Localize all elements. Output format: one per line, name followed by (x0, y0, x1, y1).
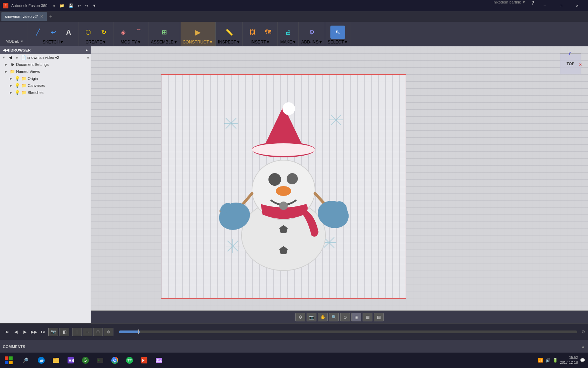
canvas-inner[interactable] (161, 74, 406, 299)
comments-label: COMMENTS (3, 345, 25, 349)
taskbar-fusion[interactable]: F (137, 353, 151, 368)
taskbar-spotify[interactable] (122, 353, 136, 368)
pan-btn[interactable]: ✋ (318, 313, 328, 321)
timeline-canvas-btn[interactable]: 📷 (48, 328, 58, 336)
modify-press-pull-btn[interactable]: ◈ (116, 26, 131, 39)
timeline-settings-btn[interactable]: ⚙ (581, 329, 585, 334)
svg-text:>_: >_ (98, 359, 102, 362)
timeline-prev-btn[interactable]: ◀ (12, 328, 20, 336)
sketch-group-label[interactable]: SKETCH▼ (43, 40, 64, 45)
insert-group-label[interactable]: INSERT▼ (251, 40, 270, 45)
search-button[interactable]: 🔎 (18, 353, 33, 368)
taskbar-explorer[interactable] (49, 353, 63, 368)
modify-fillet-btn[interactable]: ⌒ (131, 26, 146, 39)
tree-root-item[interactable]: ▼ ◀ ● 📄 snowman video v2 ● (0, 54, 91, 61)
sketch-text-btn[interactable]: A (61, 26, 76, 39)
addins-scripts-btn[interactable]: ⚙ (304, 26, 319, 39)
sidebar-collapse-btn[interactable]: ◀◀ (3, 48, 9, 53)
new-tab-button[interactable]: + (48, 13, 54, 20)
tree-sketches[interactable]: ▶ 💡 📁 Sketches (0, 89, 91, 96)
named-views-expander[interactable]: ▶ (4, 69, 8, 74)
insert-mesh-btn[interactable]: 🗺 (261, 26, 275, 39)
origin-expander[interactable]: ▶ (8, 76, 13, 81)
snap-btn[interactable]: ⚙ (295, 313, 305, 321)
undo-btn[interactable]: ↩ (78, 4, 81, 8)
tab-close-btn[interactable]: ✕ (40, 14, 43, 19)
tree-named-views[interactable]: ▶ 📁 Named Views (0, 68, 91, 75)
view-cube-box[interactable]: TOP (560, 53, 581, 74)
timeline-playhead[interactable] (138, 329, 139, 334)
battery-icon: 🔋 (553, 358, 558, 363)
root-doc-icon: 📄 (21, 55, 26, 60)
make-3d-print-btn[interactable]: 🖨 (281, 26, 296, 39)
tree-origin[interactable]: ▶ 💡 📁 Origin (0, 75, 91, 82)
timeline-first-btn[interactable]: ⏮ (3, 328, 10, 336)
modify-press-pull-icon: ◈ (118, 27, 129, 38)
taskbar-photos[interactable] (152, 353, 166, 368)
view-cube[interactable]: TOP X Y (556, 50, 584, 78)
sketch-line-btn[interactable]: ╱ (30, 26, 45, 39)
app-title: Autodesk Fusion 360 (11, 4, 47, 8)
assemble-group-label[interactable]: ASSEMBLE▼ (151, 40, 178, 45)
tree-canvases[interactable]: ▶ 💡 📁 Canvases (0, 82, 91, 89)
taskbar-vs[interactable]: VS (64, 353, 78, 368)
main-toolbar: MODEL ▼ ╱ ↩ A SKETCH▼ ⬡ ↻ (0, 22, 588, 46)
grid-settings-btn[interactable]: ▦ (363, 313, 372, 321)
construct-group: ▶ CONSTRUCT▼ (181, 22, 216, 46)
construct-group-label[interactable]: CONSTRUCT▼ (183, 40, 213, 45)
timeline-marker-type-btn[interactable]: | (72, 328, 82, 336)
redo-btn[interactable]: ↪ (85, 4, 88, 8)
taskbar-edge[interactable] (34, 353, 48, 368)
display-settings-btn[interactable]: 📷 (307, 313, 316, 321)
timeline-play-btn[interactable]: ▶ (21, 328, 29, 336)
taskbar-app4[interactable]: G (78, 353, 92, 368)
insert-canvas-btn[interactable]: 🖼 (245, 26, 260, 39)
root-expander[interactable]: ▼ (1, 55, 6, 60)
select-btn[interactable]: ↖ (330, 26, 345, 39)
fit-to-screen-btn[interactable]: ▣ (351, 313, 361, 321)
canvas-view[interactable]: TOP X Y (91, 46, 588, 311)
maximize-button[interactable]: □ (553, 0, 569, 11)
viewcube-btn[interactable]: ▤ (374, 313, 384, 321)
timeline-last-btn[interactable]: ⏭ (39, 328, 47, 336)
select-group-label[interactable]: SELECT▼ (328, 40, 348, 45)
tree-doc-settings[interactable]: ▶ ⚙ Document Settings (0, 61, 91, 68)
taskbar-chrome[interactable] (108, 353, 122, 368)
svg-text:G: G (84, 358, 87, 363)
timeline-track[interactable] (119, 330, 577, 333)
assemble-new-component-btn[interactable]: ⊞ (157, 26, 172, 39)
zoom-btn[interactable]: 🔍 (329, 313, 339, 321)
canvases-expander[interactable]: ▶ (8, 83, 13, 88)
sketches-expander[interactable]: ▶ (8, 90, 13, 95)
addins-group-label[interactable]: ADD-INS▼ (301, 40, 323, 45)
doc-settings-expander[interactable]: ▶ (4, 62, 8, 67)
tab-snowman-video[interactable]: snowman video v2* ✕ (1, 12, 47, 21)
timeline-next-btn[interactable]: ▶▶ (30, 328, 38, 336)
start-button[interactable] (0, 353, 18, 368)
timeline-split-btn[interactable]: ⊗ (104, 328, 113, 336)
comments-toggle-btn[interactable]: ▲ (581, 344, 585, 349)
make-group-label[interactable]: MAKE▼ (280, 40, 296, 45)
construct-offset-plane-btn[interactable]: ▶ (190, 26, 205, 39)
taskbar-console[interactable]: >_ (93, 353, 107, 368)
origin-bulb-icon: 💡 (14, 76, 20, 81)
create-revolve-btn[interactable]: ↻ (96, 26, 111, 39)
timeline-keyframe-btn[interactable]: ◧ (59, 328, 69, 336)
create-group-label[interactable]: CREATE▼ (85, 40, 106, 45)
timeline-arrow-btn[interactable]: → (83, 328, 92, 336)
sidebar-header: ◀◀ BROWSER ● (0, 46, 91, 54)
named-views-label: Named Views (16, 69, 89, 74)
sketch-2pt-arc-btn[interactable]: ↩ (46, 26, 61, 39)
minimize-button[interactable]: ─ (537, 0, 553, 11)
create-extrude-btn[interactable]: ⬡ (81, 26, 96, 39)
close-button[interactable]: ✕ (569, 0, 585, 11)
timeline-expand-btn[interactable]: ⊕ (93, 328, 103, 336)
inspect-group-label[interactable]: INSPECT▼ (218, 40, 240, 45)
mode-selector[interactable]: MODEL ▼ (4, 38, 26, 45)
zoom-region-btn[interactable]: ⊙ (340, 313, 350, 321)
main-content: ◀◀ BROWSER ● ▼ ◀ ● 📄 snowman video v2 ● … (0, 46, 588, 323)
sidebar-settings-btn[interactable]: ● (85, 48, 88, 52)
modify-group-label[interactable]: MODIFY▼ (121, 40, 141, 45)
save-btn[interactable]: 💾 (69, 4, 74, 8)
inspect-measure-btn[interactable]: 📏 (222, 26, 237, 39)
